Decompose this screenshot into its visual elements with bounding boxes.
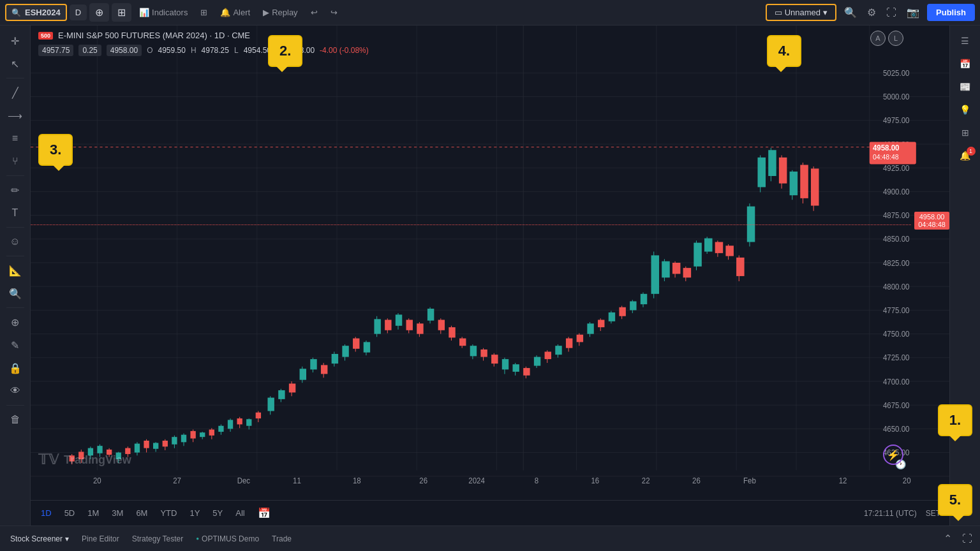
news-button[interactable]: 📰 <box>954 77 977 97</box>
tf-3m[interactable]: 3M <box>107 506 128 520</box>
trendline-tool[interactable]: ╱ <box>4 82 27 103</box>
indicators-button[interactable]: 📊 Indicators <box>134 5 193 20</box>
svg-rect-53 <box>172 437 177 444</box>
svg-rect-89 <box>353 339 359 349</box>
tf-5y[interactable]: 5Y <box>207 506 228 520</box>
redo-button[interactable]: ↪ <box>325 5 343 20</box>
svg-rect-95 <box>385 320 391 330</box>
low-value: 4954.50 <box>244 46 271 55</box>
svg-text:04:48:48: 04:48:48 <box>873 153 899 161</box>
bottom-right: ⌃ ⛶ <box>941 530 975 547</box>
tf-5d[interactable]: 5D <box>59 506 80 520</box>
horizontal-ray-tool[interactable]: ⟶ <box>4 105 27 126</box>
price-badge-3: 4958.00 <box>107 45 142 56</box>
top-bar-left: 🔍 ESH2024 D ⊕ ⊞ 📊 Indicators ⊞ 🔔 Alert ▶… <box>5 3 763 22</box>
svg-text:26: 26 <box>419 476 427 486</box>
top-bar-right: ▭ Unnamed ▾ 🔍 ⚙ ⛶ 📷 Publish <box>766 4 975 21</box>
price-tag: 4958.00 04:48:48 <box>914 212 949 230</box>
low-label: L <box>234 46 239 55</box>
svg-rect-121 <box>523 368 530 376</box>
tf-6m[interactable]: 6M <box>131 506 152 520</box>
svg-text:2024: 2024 <box>468 476 485 486</box>
eye-tool[interactable]: 👁 <box>4 381 27 401</box>
fullscreen-button[interactable]: ⛶ <box>884 4 899 21</box>
expand-button[interactable]: ⛶ <box>960 531 975 547</box>
l-button[interactable]: L <box>888 31 903 46</box>
watchlist-button[interactable]: ☰ <box>954 31 977 51</box>
svg-rect-103 <box>427 309 434 321</box>
compare-button[interactable]: ⊕ <box>89 3 109 22</box>
templates-button[interactable]: ⊞ <box>195 5 212 20</box>
strategy-tester-button[interactable]: Strategy Tester <box>127 532 188 546</box>
crosshair-tool[interactable]: ✛ <box>4 31 27 51</box>
svg-rect-55 <box>181 435 186 443</box>
emoji-tool[interactable]: ☺ <box>4 231 27 252</box>
svg-rect-63 <box>218 426 223 432</box>
svg-rect-151 <box>683 268 692 277</box>
lock-tool[interactable]: ✎ <box>4 335 27 355</box>
trade-button[interactable]: Trade <box>267 532 297 546</box>
unnamed-button[interactable]: ▭ Unnamed ▾ <box>766 4 836 21</box>
alert-button[interactable]: 🔔 Alert <box>215 5 255 20</box>
svg-rect-145 <box>651 255 660 293</box>
svg-text:4650.00: 4650.00 <box>883 424 910 434</box>
svg-rect-45 <box>135 444 140 453</box>
tf-calendar[interactable]: 📅 <box>253 504 276 522</box>
calendar-button[interactable]: 📅 <box>954 54 977 74</box>
open-label: O <box>147 46 152 55</box>
svg-text:20: 20 <box>93 476 101 486</box>
optimus-demo-button[interactable]: ● OPTIMUS Demo <box>191 532 264 546</box>
undo-button[interactable]: ↩ <box>306 5 323 20</box>
price-badge-2: 0.25 <box>78 45 101 56</box>
tf-ytd[interactable]: YTD <box>155 506 182 520</box>
pitchfork-tool[interactable]: ⑂ <box>4 151 27 172</box>
svg-text:8: 8 <box>535 476 539 486</box>
pine-editor-button[interactable]: Pine Editor <box>77 532 124 546</box>
snapshot-button[interactable]: 📷 <box>904 4 922 21</box>
svg-rect-61 <box>209 430 214 436</box>
channel-tool[interactable]: ≡ <box>4 128 27 149</box>
tf-1m[interactable]: 1M <box>82 506 104 520</box>
svg-rect-113 <box>480 349 487 357</box>
svg-rect-59 <box>200 432 205 437</box>
dropdown-icon: ▾ <box>823 8 828 17</box>
tf-1d[interactable]: 1D <box>36 506 57 520</box>
collapse-button[interactable]: ⌃ <box>941 530 954 547</box>
zoom-tool[interactable]: 🔍 <box>4 283 27 304</box>
svg-text:Dec: Dec <box>237 476 250 486</box>
svg-rect-143 <box>641 294 647 304</box>
interval-button[interactable]: D <box>70 4 87 20</box>
publish-button[interactable]: Publish <box>927 4 975 21</box>
svg-rect-69 <box>246 419 251 425</box>
indicators-icon: 📊 <box>139 8 149 17</box>
divider-4 <box>6 256 24 256</box>
brush-tool[interactable]: ✏ <box>4 180 27 200</box>
chart-area: 500 E-MINI S&P 500 FUTURES (MAR 2024) · … <box>31 26 949 500</box>
replay-button[interactable]: ▶ Replay <box>258 5 302 20</box>
svg-text:22: 22 <box>642 476 650 486</box>
tf-all[interactable]: All <box>230 506 249 520</box>
tf-1y[interactable]: 1Y <box>184 506 205 520</box>
chart-header: 500 E-MINI S&P 500 FUTURES (MAR 2024) · … <box>38 31 250 40</box>
svg-rect-173 <box>800 165 808 198</box>
screener-button[interactable]: ⊞ <box>954 122 977 143</box>
lightning-button[interactable]: ⚡ <box>883 444 903 465</box>
text-tool[interactable]: T <box>4 203 27 223</box>
search-chart-button[interactable]: 🔍 <box>842 4 859 21</box>
divider-2 <box>6 175 24 176</box>
settings-button[interactable]: ⚙ <box>865 4 879 21</box>
svg-text:4700.00: 4700.00 <box>883 377 910 386</box>
layout-button[interactable]: ⊞ <box>112 3 131 22</box>
svg-text:4900.00: 4900.00 <box>883 187 910 196</box>
symbol-search[interactable]: 🔍 ESH2024 <box>5 4 67 21</box>
visibility-tool[interactable]: 🔒 <box>4 358 27 378</box>
trash-tool[interactable]: 🗑 <box>4 409 27 430</box>
a-button[interactable]: A <box>870 31 886 46</box>
ideas-button[interactable]: 💡 <box>954 99 977 120</box>
stock-screener-button[interactable]: Stock Screener ▾ <box>5 532 74 546</box>
magnet-tool[interactable]: ⊕ <box>4 312 27 332</box>
al-buttons: A L <box>870 31 903 46</box>
alerts-button[interactable]: 🔔 1 <box>954 145 977 166</box>
cursor-tool[interactable]: ↖ <box>4 54 27 74</box>
measure-tool[interactable]: 📐 <box>4 260 27 281</box>
